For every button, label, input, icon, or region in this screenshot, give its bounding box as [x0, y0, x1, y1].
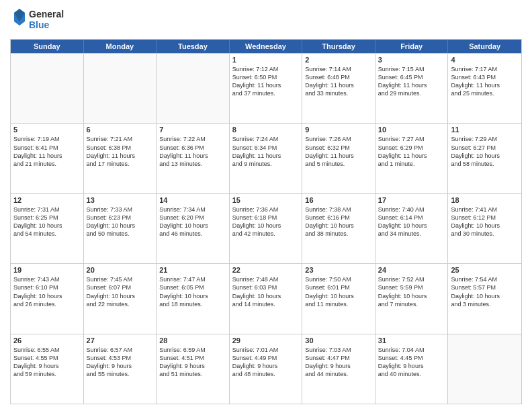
calendar-body: 1Sunrise: 7:12 AM Sunset: 6:50 PM Daylig…	[11, 53, 521, 404]
cal-cell-day-31: 31Sunrise: 7:04 AM Sunset: 4:45 PM Dayli…	[375, 334, 449, 404]
day-number: 21	[159, 266, 226, 274]
day-number: 17	[378, 196, 445, 204]
cal-cell-day-4: 4Sunrise: 7:17 AM Sunset: 6:43 PM Daylig…	[448, 54, 521, 123]
cell-daylight-text: Sunrise: 7:31 AM Sunset: 6:25 PM Dayligh…	[13, 205, 81, 238]
cell-daylight-text: Sunrise: 7:29 AM Sunset: 6:27 PM Dayligh…	[451, 135, 519, 168]
day-number: 6	[87, 126, 154, 134]
cal-row-1: 5Sunrise: 7:19 AM Sunset: 6:41 PM Daylig…	[11, 123, 521, 193]
cal-cell-day-17: 17Sunrise: 7:40 AM Sunset: 6:14 PM Dayli…	[375, 194, 449, 263]
cal-cell-day-20: 20Sunrise: 7:45 AM Sunset: 6:07 PM Dayli…	[84, 264, 157, 333]
day-number: 29	[232, 336, 300, 345]
header: General Blue	[10, 7, 522, 35]
cal-cell-day-15: 15Sunrise: 7:36 AM Sunset: 6:18 PM Dayli…	[230, 194, 303, 263]
cal-cell-day-22: 22Sunrise: 7:48 AM Sunset: 6:03 PM Dayli…	[230, 264, 303, 333]
header-day-monday: Monday	[84, 40, 157, 53]
cell-daylight-text: Sunrise: 7:43 AM Sunset: 6:10 PM Dayligh…	[13, 275, 81, 308]
day-number: 22	[232, 266, 300, 274]
cal-cell-day-28: 28Sunrise: 6:59 AM Sunset: 4:51 PM Dayli…	[157, 334, 230, 404]
day-number: 2	[305, 56, 372, 64]
cell-daylight-text: Sunrise: 7:24 AM Sunset: 6:34 PM Dayligh…	[232, 135, 300, 168]
cal-cell-empty-4-6	[448, 334, 521, 404]
cal-row-0: 1Sunrise: 7:12 AM Sunset: 6:50 PM Daylig…	[11, 53, 521, 123]
cal-cell-empty-0-2	[157, 54, 230, 123]
day-number: 8	[232, 126, 300, 134]
cell-daylight-text: Sunrise: 7:36 AM Sunset: 6:18 PM Dayligh…	[232, 205, 300, 238]
cal-cell-day-13: 13Sunrise: 7:33 AM Sunset: 6:23 PM Dayli…	[84, 194, 157, 263]
day-number: 4	[451, 56, 519, 64]
page: General Blue SundayMondayTuesdayWednesda…	[0, 0, 532, 411]
day-number: 1	[232, 56, 300, 64]
cal-row-2: 12Sunrise: 7:31 AM Sunset: 6:25 PM Dayli…	[11, 193, 521, 263]
cal-cell-day-24: 24Sunrise: 7:52 AM Sunset: 5:59 PM Dayli…	[375, 264, 449, 333]
day-number: 30	[305, 336, 372, 345]
cell-daylight-text: Sunrise: 7:01 AM Sunset: 4:49 PM Dayligh…	[232, 346, 300, 379]
cal-cell-empty-0-1	[84, 54, 157, 123]
cell-daylight-text: Sunrise: 7:03 AM Sunset: 4:47 PM Dayligh…	[305, 346, 372, 379]
cal-cell-day-27: 27Sunrise: 6:57 AM Sunset: 4:53 PM Dayli…	[84, 334, 157, 404]
cal-cell-day-19: 19Sunrise: 7:43 AM Sunset: 6:10 PM Dayli…	[11, 264, 84, 333]
cell-daylight-text: Sunrise: 6:57 AM Sunset: 4:53 PM Dayligh…	[87, 346, 154, 379]
day-number: 12	[13, 196, 81, 204]
header-day-tuesday: Tuesday	[157, 40, 230, 53]
cal-cell-day-23: 23Sunrise: 7:50 AM Sunset: 6:01 PM Dayli…	[302, 264, 375, 333]
cell-daylight-text: Sunrise: 7:12 AM Sunset: 6:50 PM Dayligh…	[232, 65, 300, 98]
cal-cell-day-12: 12Sunrise: 7:31 AM Sunset: 6:25 PM Dayli…	[11, 194, 84, 263]
cell-daylight-text: Sunrise: 7:40 AM Sunset: 6:14 PM Dayligh…	[378, 205, 445, 238]
logo: General Blue	[10, 7, 71, 35]
day-number: 15	[232, 196, 300, 204]
day-number: 24	[378, 266, 445, 274]
cal-cell-day-2: 2Sunrise: 7:14 AM Sunset: 6:48 PM Daylig…	[302, 54, 375, 123]
calendar: SundayMondayTuesdayWednesdayThursdayFrid…	[10, 39, 522, 404]
day-number: 23	[305, 266, 372, 274]
day-number: 25	[451, 266, 519, 274]
cal-cell-day-6: 6Sunrise: 7:21 AM Sunset: 6:38 PM Daylig…	[84, 124, 157, 193]
day-number: 3	[378, 56, 445, 64]
day-number: 27	[87, 336, 154, 345]
cal-cell-day-25: 25Sunrise: 7:54 AM Sunset: 5:57 PM Dayli…	[448, 264, 521, 333]
cell-daylight-text: Sunrise: 7:33 AM Sunset: 6:23 PM Dayligh…	[87, 205, 154, 238]
day-number: 26	[13, 336, 81, 345]
cell-daylight-text: Sunrise: 7:47 AM Sunset: 6:05 PM Dayligh…	[159, 275, 226, 308]
cell-daylight-text: Sunrise: 7:15 AM Sunset: 6:45 PM Dayligh…	[378, 65, 445, 98]
day-number: 14	[159, 196, 226, 204]
cell-daylight-text: Sunrise: 6:59 AM Sunset: 4:51 PM Dayligh…	[159, 346, 226, 379]
cell-daylight-text: Sunrise: 7:48 AM Sunset: 6:03 PM Dayligh…	[232, 275, 300, 308]
cal-cell-day-18: 18Sunrise: 7:41 AM Sunset: 6:12 PM Dayli…	[448, 194, 521, 263]
day-number: 10	[378, 126, 445, 134]
day-number: 28	[159, 336, 226, 345]
cal-cell-day-8: 8Sunrise: 7:24 AM Sunset: 6:34 PM Daylig…	[230, 124, 303, 193]
cell-daylight-text: Sunrise: 7:21 AM Sunset: 6:38 PM Dayligh…	[87, 135, 154, 168]
cell-daylight-text: Sunrise: 7:45 AM Sunset: 6:07 PM Dayligh…	[87, 275, 154, 308]
cal-cell-day-29: 29Sunrise: 7:01 AM Sunset: 4:49 PM Dayli…	[230, 334, 303, 404]
header-day-saturday: Saturday	[448, 40, 521, 53]
cell-daylight-text: Sunrise: 7:27 AM Sunset: 6:29 PM Dayligh…	[378, 135, 445, 168]
day-number: 31	[378, 336, 445, 345]
day-number: 18	[451, 196, 519, 204]
cell-daylight-text: Sunrise: 7:04 AM Sunset: 4:45 PM Dayligh…	[378, 346, 445, 379]
day-number: 5	[13, 126, 81, 134]
cal-cell-day-3: 3Sunrise: 7:15 AM Sunset: 6:45 PM Daylig…	[375, 54, 449, 123]
cal-cell-day-1: 1Sunrise: 7:12 AM Sunset: 6:50 PM Daylig…	[230, 54, 303, 123]
cal-cell-day-7: 7Sunrise: 7:22 AM Sunset: 6:36 PM Daylig…	[157, 124, 230, 193]
cell-daylight-text: Sunrise: 6:55 AM Sunset: 4:55 PM Dayligh…	[13, 346, 81, 379]
cal-cell-day-9: 9Sunrise: 7:26 AM Sunset: 6:32 PM Daylig…	[302, 124, 375, 193]
cal-cell-day-5: 5Sunrise: 7:19 AM Sunset: 6:41 PM Daylig…	[11, 124, 84, 193]
cal-cell-day-30: 30Sunrise: 7:03 AM Sunset: 4:47 PM Dayli…	[302, 334, 375, 404]
cal-row-4: 26Sunrise: 6:55 AM Sunset: 4:55 PM Dayli…	[11, 334, 521, 404]
day-number: 11	[451, 126, 519, 134]
cal-cell-day-10: 10Sunrise: 7:27 AM Sunset: 6:29 PM Dayli…	[375, 124, 449, 193]
day-number: 13	[87, 196, 154, 204]
cal-cell-day-21: 21Sunrise: 7:47 AM Sunset: 6:05 PM Dayli…	[157, 264, 230, 333]
cal-cell-day-14: 14Sunrise: 7:34 AM Sunset: 6:20 PM Dayli…	[157, 194, 230, 263]
header-day-thursday: Thursday	[302, 40, 375, 53]
header-day-wednesday: Wednesday	[230, 40, 303, 53]
cell-daylight-text: Sunrise: 7:19 AM Sunset: 6:41 PM Dayligh…	[13, 135, 81, 168]
day-number: 7	[159, 126, 226, 134]
cal-row-3: 19Sunrise: 7:43 AM Sunset: 6:10 PM Dayli…	[11, 263, 521, 333]
cal-cell-empty-0-0	[11, 54, 84, 123]
day-number: 19	[13, 266, 81, 274]
svg-text:Blue: Blue	[29, 19, 50, 30]
day-number: 9	[305, 126, 372, 134]
header-day-sunday: Sunday	[11, 40, 84, 53]
cal-cell-day-16: 16Sunrise: 7:38 AM Sunset: 6:16 PM Dayli…	[302, 194, 375, 263]
